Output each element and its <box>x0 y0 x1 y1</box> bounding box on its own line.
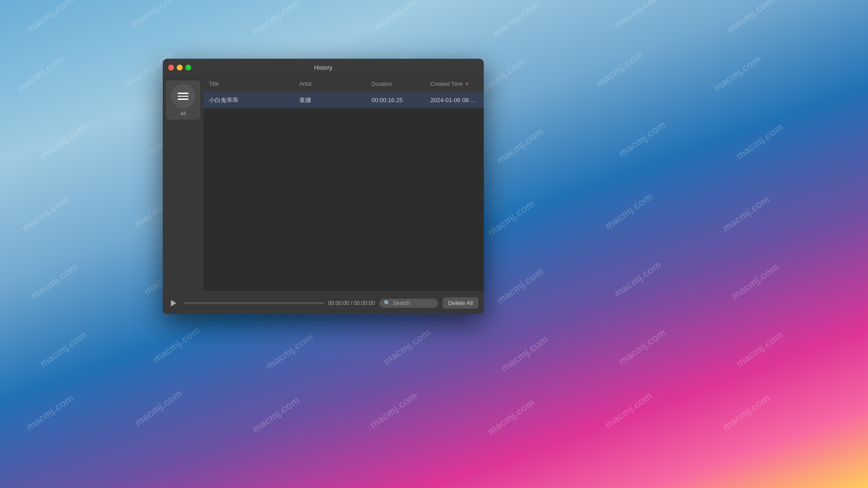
cell-created: 2024-01-06 08:56:17 <box>425 97 484 103</box>
close-button[interactable] <box>168 65 174 70</box>
all-icon-circle <box>171 84 195 108</box>
search-box[interactable]: 🔍 <box>379 299 438 308</box>
header-created-time[interactable]: Created Time ▼ <box>425 81 484 87</box>
header-duration[interactable]: Duration <box>366 81 425 87</box>
history-window: History All Title Artist <box>163 59 484 314</box>
table-header: Title Artist Duration Created Time ▼ <box>203 76 484 92</box>
table-row[interactable]: 小白兔乖乖童娜00:00:16.252024-01-06 08:56:17 <box>203 92 484 108</box>
play-button[interactable] <box>168 298 179 309</box>
header-artist[interactable]: Artist <box>294 81 366 87</box>
bottom-bar: 00:00:00 / 00:00:00 🔍 Delete All <box>163 291 484 314</box>
cell-duration: 00:00:16.25 <box>366 97 425 103</box>
time-display: 00:00:00 / 00:00:00 <box>328 300 375 306</box>
sidebar-item-all[interactable]: All <box>166 80 200 120</box>
content-area: All Title Artist Duration Created Time ▼… <box>163 76 484 291</box>
title-bar: History <box>163 59 484 76</box>
search-icon: 🔍 <box>384 300 391 306</box>
cell-title: 小白兔乖乖 <box>203 96 294 104</box>
sidebar: All <box>163 76 203 291</box>
search-input[interactable] <box>393 300 431 306</box>
window-title: History <box>314 64 332 71</box>
traffic-lights <box>163 65 191 70</box>
main-panel: Title Artist Duration Created Time ▼ 小白兔… <box>203 76 484 291</box>
sidebar-item-all-label: All <box>180 111 186 116</box>
maximize-button[interactable] <box>185 65 191 70</box>
sort-descending-icon: ▼ <box>465 81 469 86</box>
menu-lines-icon <box>178 93 189 100</box>
svg-marker-4 <box>171 300 176 306</box>
header-title[interactable]: Title <box>203 81 294 87</box>
progress-bar[interactable] <box>184 302 324 304</box>
cell-artist: 童娜 <box>294 96 366 104</box>
header-created-time-label: Created Time <box>430 81 463 87</box>
delete-all-button[interactable]: Delete All <box>443 297 478 309</box>
table-body: 小白兔乖乖童娜00:00:16.252024-01-06 08:56:17 <box>203 92 484 291</box>
minimize-button[interactable] <box>177 65 183 70</box>
